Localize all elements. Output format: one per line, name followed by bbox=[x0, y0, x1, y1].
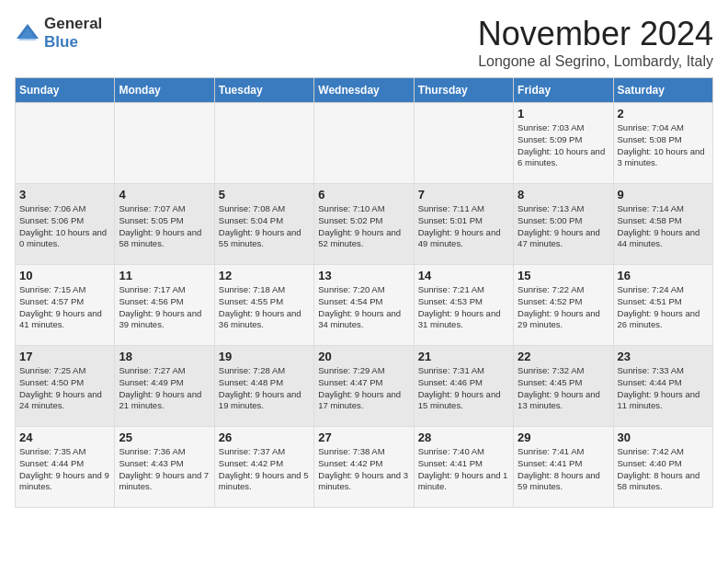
day-number: 17 bbox=[19, 350, 110, 363]
logo-text-blue: Blue bbox=[44, 33, 78, 51]
calendar-week-2: 3Sunrise: 7:06 AM Sunset: 5:06 PM Daylig… bbox=[16, 184, 713, 265]
day-number: 3 bbox=[19, 188, 110, 201]
day-number: 8 bbox=[518, 188, 609, 201]
cell-content: Sunrise: 7:35 AM Sunset: 4:44 PM Dayligh… bbox=[19, 446, 110, 493]
cell-content: Sunrise: 7:22 AM Sunset: 4:52 PM Dayligh… bbox=[518, 284, 609, 331]
day-number: 27 bbox=[318, 431, 409, 444]
day-number: 16 bbox=[618, 269, 709, 282]
calendar-cell: 21Sunrise: 7:31 AM Sunset: 4:46 PM Dayli… bbox=[414, 346, 513, 427]
cell-content: Sunrise: 7:17 AM Sunset: 4:56 PM Dayligh… bbox=[119, 284, 210, 331]
calendar-cell: 15Sunrise: 7:22 AM Sunset: 4:52 PM Dayli… bbox=[514, 265, 613, 346]
cell-content: Sunrise: 7:31 AM Sunset: 4:46 PM Dayligh… bbox=[418, 365, 509, 412]
cell-content: Sunrise: 7:36 AM Sunset: 4:43 PM Dayligh… bbox=[119, 446, 210, 493]
calendar-cell: 28Sunrise: 7:40 AM Sunset: 4:41 PM Dayli… bbox=[414, 427, 513, 508]
column-header-wednesday: Wednesday bbox=[314, 78, 414, 103]
cell-content: Sunrise: 7:38 AM Sunset: 4:42 PM Dayligh… bbox=[318, 446, 409, 493]
calendar-cell: 3Sunrise: 7:06 AM Sunset: 5:06 PM Daylig… bbox=[16, 184, 115, 265]
calendar-cell: 17Sunrise: 7:25 AM Sunset: 4:50 PM Dayli… bbox=[16, 346, 115, 427]
cell-content: Sunrise: 7:40 AM Sunset: 4:41 PM Dayligh… bbox=[418, 446, 509, 493]
calendar-cell: 26Sunrise: 7:37 AM Sunset: 4:42 PM Dayli… bbox=[214, 427, 313, 508]
day-number: 2 bbox=[618, 107, 709, 121]
day-number: 21 bbox=[418, 350, 509, 363]
calendar-cell: 11Sunrise: 7:17 AM Sunset: 4:56 PM Dayli… bbox=[115, 265, 214, 346]
day-number: 13 bbox=[318, 269, 409, 282]
calendar-cell: 18Sunrise: 7:27 AM Sunset: 4:49 PM Dayli… bbox=[115, 346, 214, 427]
day-number: 12 bbox=[219, 269, 310, 282]
calendar-cell bbox=[16, 103, 115, 184]
calendar-cell: 7Sunrise: 7:11 AM Sunset: 5:01 PM Daylig… bbox=[414, 184, 513, 265]
cell-content: Sunrise: 7:21 AM Sunset: 4:53 PM Dayligh… bbox=[418, 284, 509, 331]
day-number: 6 bbox=[318, 188, 409, 201]
calendar-week-1: 1Sunrise: 7:03 AM Sunset: 5:09 PM Daylig… bbox=[16, 103, 713, 184]
cell-content: Sunrise: 7:28 AM Sunset: 4:48 PM Dayligh… bbox=[219, 365, 310, 412]
day-number: 23 bbox=[618, 350, 709, 363]
calendar-cell: 14Sunrise: 7:21 AM Sunset: 4:53 PM Dayli… bbox=[414, 265, 513, 346]
cell-content: Sunrise: 7:10 AM Sunset: 5:02 PM Dayligh… bbox=[318, 203, 409, 250]
cell-content: Sunrise: 7:33 AM Sunset: 4:44 PM Dayligh… bbox=[618, 365, 709, 412]
calendar-cell: 6Sunrise: 7:10 AM Sunset: 5:02 PM Daylig… bbox=[314, 184, 414, 265]
logo-text-general: General bbox=[44, 15, 102, 32]
column-header-monday: Monday bbox=[115, 78, 214, 103]
day-number: 25 bbox=[119, 431, 210, 444]
cell-content: Sunrise: 7:24 AM Sunset: 4:51 PM Dayligh… bbox=[618, 284, 709, 331]
calendar-cell bbox=[214, 103, 313, 184]
location-subtitle: Longone al Segrino, Lombardy, Italy bbox=[478, 53, 713, 70]
column-header-tuesday: Tuesday bbox=[214, 78, 313, 103]
day-number: 11 bbox=[119, 269, 210, 282]
cell-content: Sunrise: 7:04 AM Sunset: 5:08 PM Dayligh… bbox=[618, 122, 709, 169]
calendar-cell: 27Sunrise: 7:38 AM Sunset: 4:42 PM Dayli… bbox=[314, 427, 414, 508]
cell-content: Sunrise: 7:11 AM Sunset: 5:01 PM Dayligh… bbox=[418, 203, 509, 250]
calendar-cell: 10Sunrise: 7:15 AM Sunset: 4:57 PM Dayli… bbox=[16, 265, 115, 346]
calendar-cell: 19Sunrise: 7:28 AM Sunset: 4:48 PM Dayli… bbox=[214, 346, 313, 427]
cell-content: Sunrise: 7:27 AM Sunset: 4:49 PM Dayligh… bbox=[119, 365, 210, 412]
calendar-cell: 22Sunrise: 7:32 AM Sunset: 4:45 PM Dayli… bbox=[514, 346, 613, 427]
cell-content: Sunrise: 7:18 AM Sunset: 4:55 PM Dayligh… bbox=[219, 284, 310, 331]
day-number: 7 bbox=[418, 188, 509, 201]
calendar-week-5: 24Sunrise: 7:35 AM Sunset: 4:44 PM Dayli… bbox=[16, 427, 713, 508]
cell-content: Sunrise: 7:08 AM Sunset: 5:04 PM Dayligh… bbox=[219, 203, 310, 250]
day-number: 22 bbox=[518, 350, 609, 363]
cell-content: Sunrise: 7:25 AM Sunset: 4:50 PM Dayligh… bbox=[19, 365, 110, 412]
cell-content: Sunrise: 7:15 AM Sunset: 4:57 PM Dayligh… bbox=[19, 284, 110, 331]
calendar-cell: 23Sunrise: 7:33 AM Sunset: 4:44 PM Dayli… bbox=[613, 346, 712, 427]
page-header: General Blue November 2024 Longone al Se… bbox=[15, 15, 713, 70]
day-number: 15 bbox=[518, 269, 609, 282]
calendar-cell: 24Sunrise: 7:35 AM Sunset: 4:44 PM Dayli… bbox=[16, 427, 115, 508]
cell-content: Sunrise: 7:41 AM Sunset: 4:41 PM Dayligh… bbox=[518, 446, 609, 493]
calendar-cell: 2Sunrise: 7:04 AM Sunset: 5:08 PM Daylig… bbox=[613, 103, 712, 184]
day-number: 30 bbox=[618, 431, 709, 444]
calendar-cell bbox=[314, 103, 414, 184]
calendar-week-4: 17Sunrise: 7:25 AM Sunset: 4:50 PM Dayli… bbox=[16, 346, 713, 427]
calendar-cell: 12Sunrise: 7:18 AM Sunset: 4:55 PM Dayli… bbox=[214, 265, 313, 346]
day-number: 18 bbox=[119, 350, 210, 363]
day-number: 24 bbox=[19, 431, 110, 444]
day-number: 1 bbox=[518, 107, 609, 121]
day-number: 9 bbox=[618, 188, 709, 201]
column-header-friday: Friday bbox=[514, 78, 613, 103]
calendar-cell: 1Sunrise: 7:03 AM Sunset: 5:09 PM Daylig… bbox=[514, 103, 613, 184]
month-title: November 2024 bbox=[478, 15, 713, 53]
cell-content: Sunrise: 7:14 AM Sunset: 4:58 PM Dayligh… bbox=[618, 203, 709, 250]
calendar-cell: 9Sunrise: 7:14 AM Sunset: 4:58 PM Daylig… bbox=[613, 184, 712, 265]
cell-content: Sunrise: 7:29 AM Sunset: 4:47 PM Dayligh… bbox=[318, 365, 409, 412]
calendar-week-3: 10Sunrise: 7:15 AM Sunset: 4:57 PM Dayli… bbox=[16, 265, 713, 346]
cell-content: Sunrise: 7:32 AM Sunset: 4:45 PM Dayligh… bbox=[518, 365, 609, 412]
calendar-cell: 5Sunrise: 7:08 AM Sunset: 5:04 PM Daylig… bbox=[214, 184, 313, 265]
calendar-cell bbox=[414, 103, 513, 184]
day-number: 20 bbox=[318, 350, 409, 363]
calendar-cell: 13Sunrise: 7:20 AM Sunset: 4:54 PM Dayli… bbox=[314, 265, 414, 346]
cell-content: Sunrise: 7:03 AM Sunset: 5:09 PM Dayligh… bbox=[518, 122, 609, 169]
calendar-cell: 16Sunrise: 7:24 AM Sunset: 4:51 PM Dayli… bbox=[613, 265, 712, 346]
cell-content: Sunrise: 7:42 AM Sunset: 4:40 PM Dayligh… bbox=[618, 446, 709, 493]
day-number: 19 bbox=[219, 350, 310, 363]
day-number: 14 bbox=[418, 269, 509, 282]
title-area: November 2024 Longone al Segrino, Lombar… bbox=[478, 15, 713, 70]
calendar-cell: 8Sunrise: 7:13 AM Sunset: 5:00 PM Daylig… bbox=[514, 184, 613, 265]
cell-content: Sunrise: 7:13 AM Sunset: 5:00 PM Dayligh… bbox=[518, 203, 609, 250]
calendar-cell bbox=[115, 103, 214, 184]
logo: General Blue bbox=[15, 15, 102, 52]
column-header-saturday: Saturday bbox=[613, 78, 712, 103]
logo-icon bbox=[15, 20, 40, 46]
column-header-thursday: Thursday bbox=[414, 78, 513, 103]
day-number: 29 bbox=[518, 431, 609, 444]
